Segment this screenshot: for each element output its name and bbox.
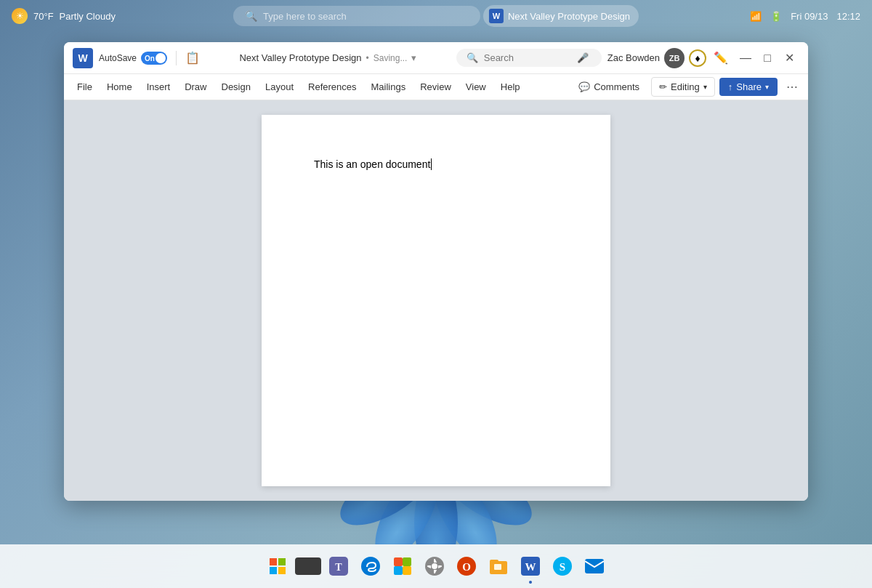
menu-item-file[interactable]: File: [70, 77, 100, 97]
menu-item-help[interactable]: Help: [493, 77, 528, 97]
svg-point-26: [432, 563, 437, 569]
title-bar-search[interactable]: 🔍 🎤: [456, 49, 602, 67]
pencil-icon: ✏: [659, 81, 667, 92]
menu-items: File Home Insert Draw Design Layout Refe…: [70, 77, 528, 97]
pen-icon-btn[interactable]: ✏️: [711, 48, 731, 68]
svg-text:S: S: [560, 561, 565, 573]
svg-rect-34: [490, 560, 498, 564]
weather-temp: 70°F: [33, 11, 54, 22]
svg-rect-30: [439, 565, 442, 567]
menu-actions: 💬 Comments ✏ Editing ▾ ↑ Share ▾ ⋯: [571, 77, 802, 97]
text-cursor: [431, 158, 432, 170]
search-icon: 🔍: [245, 10, 257, 22]
search-icon-title: 🔍: [467, 52, 478, 63]
comments-label: Comments: [594, 81, 639, 92]
maximize-button[interactable]: □: [757, 48, 778, 68]
taskbar-word[interactable]: W: [516, 552, 545, 581]
doc-title: Next Valley Prototype Design: [239, 52, 361, 63]
taskbar-teams[interactable]: T: [324, 552, 353, 581]
active-app-word-icon: W: [489, 9, 504, 23]
svg-rect-14: [270, 558, 277, 565]
menu-item-layout[interactable]: Layout: [258, 77, 301, 97]
word-letter: W: [78, 52, 87, 64]
share-button[interactable]: ↑ Share ▾: [719, 78, 778, 96]
doc-title-area: Next Valley Prototype Design • Saving...…: [206, 52, 451, 63]
svg-rect-22: [403, 557, 411, 566]
menu-item-view[interactable]: View: [459, 77, 493, 97]
taskbar-file-explorer[interactable]: [484, 552, 513, 581]
taskbar-settings[interactable]: [420, 552, 449, 581]
svg-rect-15: [278, 558, 286, 565]
mic-icon[interactable]: 🎤: [577, 52, 589, 63]
menu-item-home[interactable]: Home: [100, 77, 140, 97]
system-bar: ☀ 70°F Partly Cloudy 🔍 W Next Valley Pro…: [0, 0, 872, 32]
system-bar-center: 🔍 W Next Valley Prototype Design: [233, 5, 639, 27]
more-options-button[interactable]: ⋯: [782, 77, 802, 97]
system-time: 12:12: [836, 11, 860, 22]
taskbar-placeholder[interactable]: [295, 557, 321, 575]
wifi-icon: 📶: [750, 11, 762, 22]
document-page[interactable]: This is an open document: [262, 115, 610, 486]
windows-logo-icon: [269, 557, 286, 575]
menu-item-insert[interactable]: Insert: [140, 77, 178, 97]
saving-label: Saving...: [374, 53, 408, 63]
skype-icon: S: [553, 557, 572, 576]
menu-item-review[interactable]: Review: [413, 77, 459, 97]
mail-icon: [585, 557, 604, 576]
file-explorer-icon: [489, 557, 508, 576]
store-icon: [393, 557, 412, 576]
menu-item-references[interactable]: References: [301, 77, 363, 97]
menu-item-design[interactable]: Design: [214, 77, 258, 97]
clipboard-icon: 📋: [185, 51, 200, 65]
svg-rect-16: [270, 567, 277, 574]
taskbar-mail[interactable]: [580, 552, 609, 581]
editing-button[interactable]: ✏ Editing ▾: [651, 77, 715, 97]
document-content: This is an open document: [314, 158, 430, 170]
taskbar-edge[interactable]: [356, 552, 385, 581]
editing-label: Editing: [671, 81, 700, 92]
menu-item-draw[interactable]: Draw: [177, 77, 214, 97]
title-chevron[interactable]: ▾: [411, 52, 416, 63]
menu-item-mailings[interactable]: Mailings: [364, 77, 413, 97]
svg-rect-29: [427, 565, 430, 567]
minimize-button[interactable]: —: [735, 48, 756, 68]
office-icon: O: [457, 557, 476, 576]
word-app-icon: W: [73, 48, 93, 68]
taskbar: T: [0, 544, 872, 588]
svg-rect-17: [278, 567, 286, 574]
settings-icon: [425, 557, 444, 576]
taskbar-store[interactable]: [388, 552, 417, 581]
title-bar: W AutoSave On 📋 Next Valley Prototype De…: [64, 42, 808, 74]
taskbar-search[interactable]: 🔍: [233, 6, 480, 26]
svg-rect-24: [403, 566, 411, 575]
share-chevron: ▾: [765, 83, 769, 91]
edge-icon: [361, 557, 380, 576]
taskbar-search-input[interactable]: [263, 11, 469, 22]
svg-text:O: O: [462, 561, 471, 573]
taskbar-skype[interactable]: S: [548, 552, 577, 581]
taskbar-windows-start[interactable]: [263, 552, 292, 581]
autosave-toggle[interactable]: On: [141, 52, 167, 65]
editing-chevron: ▾: [703, 83, 707, 91]
teams-icon: T: [329, 557, 348, 576]
crown-icon: ♦: [689, 49, 706, 67]
comments-button[interactable]: 💬 Comments: [571, 78, 647, 96]
weather-condition: Partly Cloudy: [60, 11, 116, 22]
share-label: Share: [736, 81, 762, 92]
word-taskbar-icon: W: [521, 557, 540, 576]
document-area[interactable]: This is an open document: [64, 100, 808, 501]
weather-icon: ☀: [12, 8, 28, 24]
active-app-pill[interactable]: W Next Valley Prototype Design: [483, 5, 639, 27]
user-avatar[interactable]: ZB: [664, 48, 685, 68]
active-app-label: Next Valley Prototype Design: [508, 11, 630, 22]
word-window: W AutoSave On 📋 Next Valley Prototype De…: [64, 42, 808, 501]
taskbar-office[interactable]: O: [452, 552, 481, 581]
system-date: Fri 09/13: [791, 11, 828, 22]
svg-text:T: T: [335, 562, 342, 573]
toggle-on-label: On: [145, 54, 155, 62]
close-button[interactable]: ✕: [779, 48, 799, 68]
svg-rect-35: [494, 564, 501, 570]
title-search-input[interactable]: [484, 52, 571, 63]
window-controls: — □ ✕: [735, 48, 799, 68]
saving-status: •: [366, 53, 369, 63]
